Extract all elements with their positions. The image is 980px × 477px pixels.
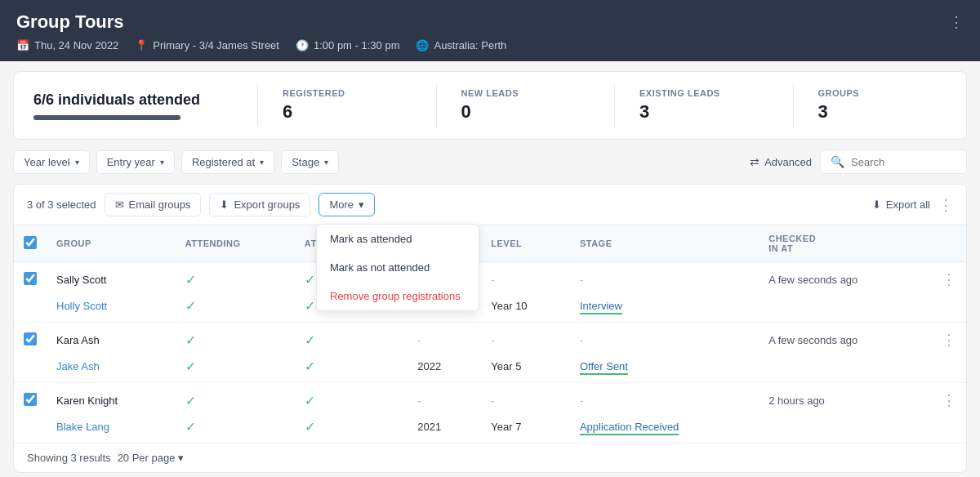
table-area: 3 of 3 selected ✉ Email groups ⬇ Export …: [13, 184, 967, 473]
attending-check-icon: ✓: [185, 394, 196, 408]
attending-check-icon: ✓: [185, 299, 196, 313]
mark-attended-item[interactable]: Mark as attended: [317, 225, 479, 253]
stat-new-leads: NEW LEADS 0: [461, 88, 590, 123]
page-title: Group Tours: [16, 11, 124, 33]
checked-in-time: A few seconds ago: [768, 274, 858, 286]
table-header-row: GROUP ATTENDING ATTENDED YEAR LEVEL STAG…: [14, 225, 966, 262]
location-meta: 📍 Primary - 3/4 James Street: [135, 39, 279, 51]
parent-name: Kara Ash: [56, 334, 100, 346]
table-toolbar: 3 of 3 selected ✉ Email groups ⬇ Export …: [14, 185, 966, 225]
stat-attended: 6/6 individuals attended: [33, 91, 233, 120]
showing-results: Showing 3 results: [27, 452, 111, 464]
divider: [436, 85, 437, 126]
progress-bar: [33, 115, 180, 120]
search-box[interactable]: 🔍: [820, 149, 967, 174]
attended-check-icon: ✓: [305, 359, 315, 373]
table-row: Blake Lang ✓ ✓ 2021 Year 7 Application R…: [14, 417, 966, 444]
table-row: Holly Scott ✓ ✓ 2022 Year 10 Interview: [14, 296, 966, 323]
stage-filter[interactable]: Stage ▾: [281, 150, 339, 174]
toolbar-right: ⬇ Export all ⋮: [872, 196, 953, 214]
entry-year-filter[interactable]: Entry year ▾: [96, 150, 175, 174]
advanced-button[interactable]: ⇄ Advanced: [750, 155, 812, 168]
timezone-meta: 🌐 Australia: Perth: [416, 39, 506, 51]
attended-check-icon: ✓: [305, 394, 315, 408]
checked-in-time: 2 hours ago: [768, 395, 825, 407]
attended-check-icon: ✓: [305, 299, 315, 313]
child-name-link[interactable]: Jake Ash: [56, 360, 100, 372]
email-groups-button[interactable]: ✉ Email groups: [105, 193, 202, 216]
divider: [614, 85, 615, 126]
attended-check-icon: ✓: [305, 333, 315, 347]
mark-not-attended-item[interactable]: Mark as not attended: [317, 253, 479, 282]
select-all-checkbox[interactable]: [24, 236, 37, 249]
stat-registered: REGISTERED 6: [283, 88, 411, 123]
row-options-icon[interactable]: ⋮: [942, 392, 956, 408]
table-options-icon[interactable]: ⋮: [938, 196, 953, 214]
chevron-down-icon: ▾: [359, 198, 364, 211]
level-header: LEVEL: [481, 225, 570, 262]
attending-check-icon: ✓: [185, 333, 196, 347]
stage-link[interactable]: Application Received: [580, 421, 679, 435]
attending-check-icon: ✓: [185, 420, 196, 434]
filters-bar: Year level ▾ Entry year ▾ Registered at …: [0, 149, 980, 174]
year-level-filter[interactable]: Year level ▾: [13, 150, 90, 174]
row-checkbox[interactable]: [24, 393, 37, 406]
chevron-down-icon: ▾: [260, 158, 264, 167]
chevron-down-icon: ▾: [324, 158, 328, 167]
registered-at-filter[interactable]: Registered at ▾: [181, 150, 274, 174]
date-meta: 📅 Thu, 24 Nov 2022: [16, 39, 118, 51]
filters-right: ⇄ Advanced 🔍: [750, 149, 967, 174]
divider: [257, 85, 258, 126]
row-checkbox[interactable]: [24, 272, 37, 285]
more-dropdown: Mark as attended Mark as not attended Re…: [316, 224, 479, 311]
row-checkbox[interactable]: [24, 332, 37, 345]
attending-header: ATTENDING: [176, 225, 295, 262]
per-page-selector[interactable]: 20 Per page ▾: [118, 452, 185, 464]
selected-count: 3 of 3 selected: [27, 198, 96, 211]
row-options-icon[interactable]: ⋮: [942, 271, 956, 288]
attended-check-icon: ✓: [305, 420, 315, 434]
child-name-link[interactable]: Holly Scott: [56, 300, 107, 312]
table-footer: Showing 3 results 20 Per page ▾: [14, 444, 966, 472]
email-icon: ✉: [115, 198, 124, 211]
stats-bar: 6/6 individuals attended REGISTERED 6 NE…: [13, 71, 967, 140]
stage-header: STAGE: [570, 225, 759, 262]
location-icon: 📍: [135, 39, 148, 51]
search-icon: 🔍: [831, 155, 844, 168]
stage-link[interactable]: Offer Sent: [580, 360, 628, 375]
globe-icon: 🌐: [416, 39, 429, 51]
divider: [793, 85, 794, 126]
search-input[interactable]: [851, 156, 956, 168]
chevron-down-icon: ▾: [75, 158, 79, 167]
export-all-button[interactable]: ⬇ Export all: [872, 198, 930, 211]
time-meta: 🕐 1:00 pm - 1:30 pm: [296, 39, 400, 51]
advanced-icon: ⇄: [750, 155, 760, 168]
stat-groups: GROUPS 3: [818, 88, 947, 123]
chevron-down-icon: ▾: [160, 158, 164, 167]
group-header: GROUP: [47, 225, 176, 262]
more-options-icon[interactable]: ⋮: [949, 13, 964, 31]
clock-icon: 🕐: [296, 39, 309, 51]
attending-check-icon: ✓: [185, 273, 196, 287]
table-row: Sally Scott ✓ ✓ - - - A few seconds ago …: [14, 262, 966, 297]
row-options-icon[interactable]: ⋮: [942, 332, 956, 348]
stage-link[interactable]: Interview: [580, 300, 622, 314]
checked-in-header: CHECKEDIN AT: [759, 225, 932, 262]
table-row: Karen Knight ✓ ✓ - - - 2 hours ago ⋮: [14, 383, 966, 418]
attended-check-icon: ✓: [305, 273, 315, 287]
chevron-down-icon: ▾: [178, 452, 184, 464]
progress-fill: [33, 115, 180, 120]
child-name-link[interactable]: Blake Lang: [56, 421, 109, 433]
download-icon: ⬇: [220, 198, 229, 211]
parent-name: Karen Knight: [56, 395, 118, 407]
data-table: GROUP ATTENDING ATTENDED YEAR LEVEL STAG…: [14, 225, 966, 444]
remove-registrations-item[interactable]: Remove group registrations: [317, 282, 479, 310]
attending-check-icon: ✓: [185, 359, 196, 373]
more-button[interactable]: More ▾: [318, 193, 375, 216]
download-icon: ⬇: [872, 198, 881, 211]
stat-existing-leads: EXISTING LEADS 3: [639, 88, 768, 123]
calendar-icon: 📅: [16, 39, 29, 51]
parent-name: Sally Scott: [56, 274, 106, 286]
export-groups-button[interactable]: ⬇ Export groups: [209, 193, 310, 216]
table-row: Jake Ash ✓ ✓ 2022 Year 5 Offer Sent: [14, 357, 966, 383]
